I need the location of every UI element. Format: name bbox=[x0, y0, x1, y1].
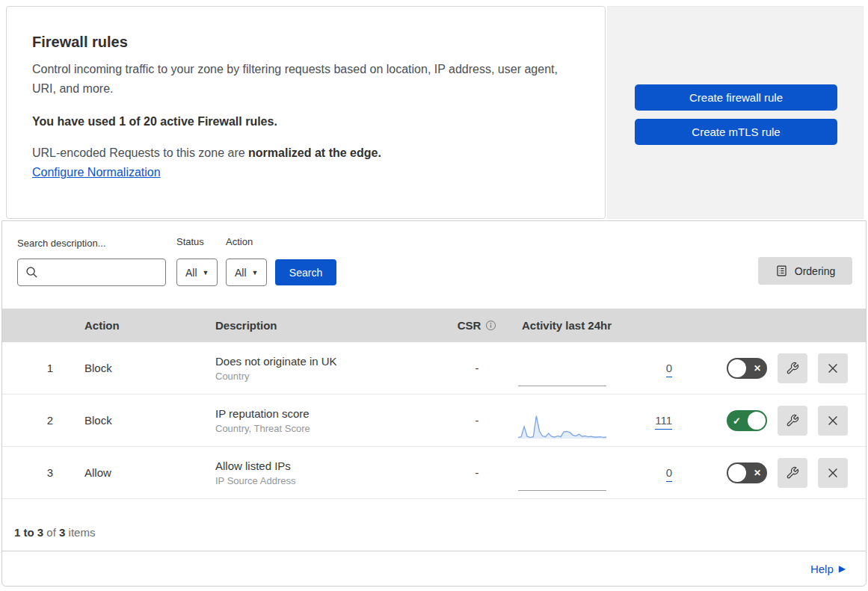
page-title: Firewall rules bbox=[32, 34, 579, 51]
configure-normalization-link[interactable]: Configure Normalization bbox=[32, 166, 161, 179]
action-label: Action bbox=[226, 236, 253, 247]
rule-csr: - bbox=[436, 414, 518, 427]
status-label: Status bbox=[176, 236, 204, 247]
edit-rule-button[interactable] bbox=[778, 458, 807, 488]
chevron-down-icon: ▼ bbox=[203, 269, 209, 276]
toggle-x-icon: ✕ bbox=[754, 363, 761, 374]
delete-rule-button[interactable] bbox=[818, 458, 848, 488]
pagination-items: items bbox=[65, 526, 95, 539]
search-box bbox=[17, 259, 166, 286]
pagination-total: 3 bbox=[59, 526, 65, 539]
activity-sparkline bbox=[518, 362, 606, 387]
ordering-label: Ordering bbox=[795, 265, 835, 277]
rule-toggle[interactable]: ✓ ✕ bbox=[727, 410, 767, 431]
wrench-icon bbox=[786, 414, 799, 427]
pagination: 1 to 3 of 3 items bbox=[2, 499, 866, 551]
table-header: Action Description CSR Activity last 24h… bbox=[2, 309, 866, 342]
toggle-check-icon: ✓ bbox=[733, 415, 741, 426]
chevron-down-icon: ▼ bbox=[252, 269, 259, 276]
toggle-knob bbox=[728, 464, 746, 482]
column-description: Description bbox=[200, 319, 436, 332]
rule-toggle[interactable]: ✓ ✕ bbox=[727, 358, 767, 379]
rule-toggle[interactable]: ✓ ✕ bbox=[727, 462, 767, 483]
rule-description: Allow listed IPs bbox=[215, 460, 436, 472]
status-select[interactable]: All ▼ bbox=[176, 259, 218, 286]
wrench-icon bbox=[786, 362, 799, 375]
search-label: Search description... bbox=[17, 238, 106, 249]
normalization-text: URL-encoded Requests to this zone are bbox=[32, 146, 248, 159]
rule-action: Block bbox=[68, 362, 200, 374]
ordering-button[interactable]: Ordering bbox=[758, 257, 852, 285]
help-link[interactable]: Help ▶ bbox=[810, 563, 846, 575]
rule-activity-count[interactable]: 0 bbox=[666, 362, 672, 377]
delete-rule-button[interactable] bbox=[818, 353, 848, 383]
ordering-icon bbox=[775, 264, 788, 277]
search-input[interactable] bbox=[17, 259, 166, 286]
help-arrow-icon: ▶ bbox=[839, 563, 846, 574]
action-select[interactable]: All ▼ bbox=[226, 259, 267, 286]
table-row: 3 Allow Allow listed IPs IP Source Addre… bbox=[2, 447, 866, 499]
rule-action: Allow bbox=[68, 466, 200, 479]
edit-rule-button[interactable] bbox=[778, 353, 807, 383]
usage-summary: You have used 1 of 20 active Firewall ru… bbox=[32, 115, 579, 129]
rule-description: Does not originate in UK bbox=[215, 355, 436, 368]
column-csr: CSR bbox=[436, 319, 518, 332]
rule-csr: - bbox=[436, 362, 518, 374]
activity-sparkline bbox=[518, 466, 606, 492]
rule-csr: - bbox=[436, 466, 518, 479]
column-activity: Activity last 24hr bbox=[518, 319, 683, 332]
column-csr-label: CSR bbox=[458, 319, 481, 332]
normalization-bold: normalized at the edge. bbox=[248, 146, 381, 159]
pagination-range: 1 to 3 bbox=[14, 526, 43, 539]
info-icon[interactable] bbox=[485, 320, 496, 331]
activity-sparkline bbox=[518, 414, 606, 439]
help-bar: Help ▶ bbox=[2, 551, 866, 586]
column-action: Action bbox=[68, 319, 200, 332]
rule-activity-count[interactable]: 0 bbox=[666, 466, 672, 482]
close-icon bbox=[826, 362, 840, 375]
rule-priority: 2 bbox=[2, 414, 68, 427]
page-description: Control incoming traffic to your zone by… bbox=[32, 60, 579, 99]
filter-bar: Search description... Status All ▼ Actio… bbox=[2, 221, 866, 309]
normalization-note: URL-encoded Requests to this zone are no… bbox=[32, 146, 579, 160]
rules-panel: Search description... Status All ▼ Actio… bbox=[1, 220, 867, 587]
toggle-knob bbox=[748, 412, 766, 430]
wrench-icon bbox=[786, 466, 799, 480]
search-button[interactable]: Search bbox=[275, 259, 336, 285]
create-mtls-rule-button[interactable]: Create mTLS rule bbox=[635, 119, 837, 145]
search-icon bbox=[25, 266, 38, 279]
rule-priority: 1 bbox=[2, 362, 68, 374]
rule-priority: 3 bbox=[2, 466, 68, 479]
info-panel: Create firewall rule Create mTLS rule bbox=[607, 6, 864, 219]
rule-fields: Country, Threat Score bbox=[215, 423, 436, 434]
firewall-rules-card: Firewall rules Control incoming traffic … bbox=[6, 6, 606, 219]
help-label: Help bbox=[810, 563, 834, 575]
delete-rule-button[interactable] bbox=[818, 406, 848, 436]
rule-fields: IP Source Address bbox=[215, 475, 436, 486]
table-row: 1 Block Does not originate in UK Country… bbox=[2, 342, 866, 394]
table-row: 2 Block IP reputation score Country, Thr… bbox=[2, 394, 866, 447]
toggle-x-icon: ✕ bbox=[754, 468, 761, 478]
rule-action: Block bbox=[68, 414, 200, 427]
pagination-of: of bbox=[43, 526, 59, 539]
close-icon bbox=[826, 414, 840, 427]
action-select-value: All bbox=[235, 267, 247, 279]
create-firewall-rule-button[interactable]: Create firewall rule bbox=[635, 84, 837, 111]
rule-description: IP reputation score bbox=[215, 407, 436, 420]
rule-fields: Country bbox=[215, 371, 436, 382]
status-select-value: All bbox=[185, 267, 197, 279]
toggle-knob bbox=[728, 359, 746, 377]
rule-activity-count[interactable]: 111 bbox=[655, 414, 672, 430]
table-body: 1 Block Does not originate in UK Country… bbox=[2, 342, 866, 499]
edit-rule-button[interactable] bbox=[778, 406, 807, 436]
close-icon bbox=[826, 466, 840, 480]
